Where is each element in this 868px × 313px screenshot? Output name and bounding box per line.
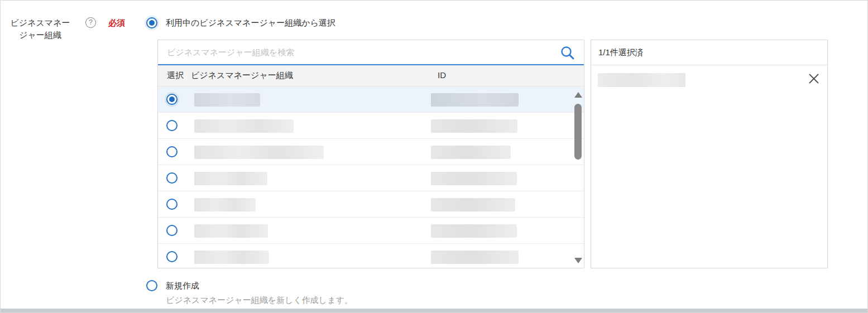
table-header: 選択 ビジネスマネージャー組織 ID <box>158 65 584 86</box>
org-table-row[interactable] <box>158 139 584 165</box>
org-picker: 選択 ビジネスマネージャー組織 ID <box>157 40 584 268</box>
scrollbar[interactable] <box>573 87 583 267</box>
radio-existing-org-label[interactable]: 利用中のビジネスマネージャー組織から選択 <box>166 18 335 28</box>
row-radio[interactable] <box>166 172 178 184</box>
scroll-up-icon[interactable] <box>574 92 582 98</box>
field-label: ビジネスマネー ジャー組織 <box>5 17 75 41</box>
column-header-select: 選択 <box>167 70 184 81</box>
radio-existing-org[interactable] <box>146 17 157 28</box>
row-radio[interactable] <box>166 225 178 236</box>
field-label-line1: ビジネスマネー <box>5 17 75 29</box>
radio-create-new[interactable] <box>146 280 157 291</box>
help-icon[interactable]: ? <box>85 17 96 28</box>
org-table-row[interactable] <box>158 86 584 113</box>
org-table-row[interactable] <box>158 218 584 244</box>
org-table-row[interactable] <box>158 113 584 139</box>
org-name-redacted <box>194 119 294 133</box>
org-table-row[interactable] <box>158 165 584 191</box>
org-table-rows <box>158 86 584 267</box>
org-name-redacted <box>194 93 260 107</box>
field-label-line2: ジャー組織 <box>5 29 75 41</box>
org-name-redacted <box>194 146 324 159</box>
row-radio[interactable] <box>166 146 178 157</box>
org-id-redacted <box>431 119 517 133</box>
search-row <box>158 40 584 65</box>
org-id-redacted <box>431 251 519 264</box>
row-radio-selected[interactable] <box>166 94 178 105</box>
create-new-description: ビジネスマネージャー組織を新しく作成します。 <box>166 295 353 306</box>
org-name-redacted <box>194 224 268 238</box>
column-header-id: ID <box>438 70 446 80</box>
org-search-input[interactable] <box>158 40 584 64</box>
org-id-redacted <box>431 224 517 238</box>
selected-items-list <box>591 65 827 97</box>
scroll-down-icon[interactable] <box>574 258 582 263</box>
required-badge: 必須 <box>108 18 125 28</box>
row-radio[interactable] <box>166 199 178 210</box>
selected-items-panel: 1/1件選択済 <box>591 40 828 268</box>
org-id-redacted <box>431 172 517 185</box>
row-radio[interactable] <box>166 251 178 262</box>
close-icon <box>808 73 820 85</box>
org-table-row[interactable] <box>158 244 584 267</box>
selected-item-name-redacted <box>598 73 685 87</box>
org-name-redacted <box>194 251 269 264</box>
org-id-redacted <box>431 146 511 159</box>
scrollbar-thumb[interactable] <box>574 104 582 160</box>
org-id-redacted <box>431 93 519 107</box>
selected-item <box>591 65 827 97</box>
radio-create-new-label[interactable]: 新規作成 <box>166 281 199 291</box>
search-icon[interactable] <box>560 45 575 60</box>
bottom-border <box>1 309 867 312</box>
org-name-redacted <box>194 198 256 211</box>
business-manager-org-section: ビジネスマネー ジャー組織 ? 必須 利用中のビジネスマネージャー組織から選択 … <box>0 0 868 313</box>
row-radio[interactable] <box>166 120 178 131</box>
column-header-org: ビジネスマネージャー組織 <box>191 70 293 81</box>
org-table-row[interactable] <box>158 191 584 218</box>
remove-selected-item-button[interactable] <box>807 72 821 85</box>
selected-count-label: 1/1件選択済 <box>591 40 827 65</box>
org-id-redacted <box>431 198 515 211</box>
org-name-redacted <box>194 172 267 185</box>
